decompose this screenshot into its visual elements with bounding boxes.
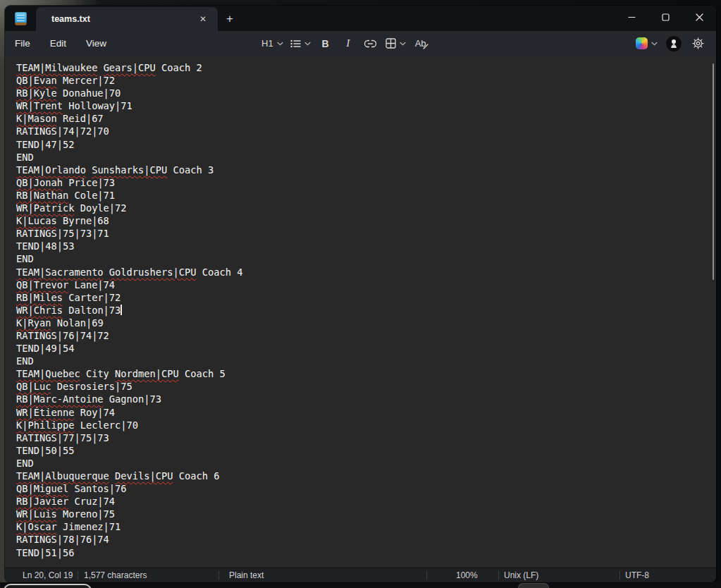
- editor-line: TEND|47|52: [16, 138, 702, 151]
- chevron-down-icon: [651, 42, 658, 46]
- editor-line: RB|Marc-Antoine Gagnon|73: [16, 393, 702, 405]
- link-icon: [364, 39, 376, 48]
- status-divider: [620, 571, 620, 580]
- close-button[interactable]: [682, 6, 716, 29]
- settings-button[interactable]: [688, 34, 708, 54]
- editor-line: TEND|51|56: [16, 546, 702, 559]
- editor-line: WR|Étienne Roy|74: [16, 406, 702, 419]
- notepad-app-icon: [15, 12, 27, 25]
- insert-table-dropdown[interactable]: [383, 34, 408, 54]
- encoding[interactable]: UTF-8: [625, 568, 649, 582]
- editor-line: TEND|50|55: [16, 444, 702, 457]
- astronaut-icon: [670, 39, 678, 49]
- vertical-scrollbar[interactable]: [713, 63, 715, 280]
- editor-line: TEAM|Orlando Sunsharks|CPU Coach 3: [16, 164, 702, 176]
- status-bar: Ln 20, Col 19 1,577 characters Plain tex…: [5, 568, 716, 582]
- clear-formatting-label: Ab: [415, 38, 426, 49]
- editor-line: RB|Nathan Cole|71: [16, 189, 702, 202]
- italic-label: I: [346, 37, 350, 49]
- window-controls: [615, 6, 716, 29]
- editor-line: TEND|49|54: [16, 342, 702, 355]
- bold-label: B: [322, 38, 329, 49]
- editor-line: TEAM|Quebec City Nordmen|CPU Coach 5: [16, 367, 702, 380]
- editor-line: RB|Javier Cruz|74: [16, 495, 702, 508]
- table-icon: [386, 38, 396, 49]
- chevron-down-icon: [277, 42, 283, 46]
- editor-content: TEAM|Milwaukee Gears|CPU Coach 2QB|Evan …: [16, 61, 702, 559]
- editor-line: RATINGS|78|76|74: [16, 533, 702, 546]
- background-window-edge: [4, 584, 92, 588]
- status-divider: [78, 571, 78, 580]
- editor-line: RB|Kyle Donahue|70: [16, 87, 702, 99]
- menu-edit[interactable]: Edit: [40, 31, 76, 56]
- app-icon-container: [5, 6, 36, 31]
- background-taskbar-pill: [518, 583, 549, 588]
- editor-line: RATINGS|74|72|70: [16, 125, 702, 137]
- editor-line: QB|Miguel Santos|76: [16, 482, 702, 495]
- bold-button[interactable]: B: [316, 34, 335, 54]
- status-divider: [218, 571, 219, 580]
- tab-close-icon[interactable]: ✕: [195, 11, 211, 27]
- commandbar-right: [634, 31, 708, 56]
- editor-line: QB|Luc Desrosiers|75: [16, 380, 702, 393]
- text-editor[interactable]: TEAM|Milwaukee Gears|CPU Coach 2QB|Evan …: [5, 56, 716, 568]
- background-strip: [0, 582, 721, 588]
- menu-bar: File Edit View: [15, 31, 116, 56]
- editor-line: RATINGS|75|73|71: [16, 227, 702, 240]
- text-caret: [121, 305, 122, 315]
- editor-line: END: [16, 355, 702, 367]
- maximize-button[interactable]: [648, 6, 682, 29]
- editor-line: WR|Chris Dalton|73: [16, 304, 702, 317]
- zoom-level[interactable]: 100%: [456, 568, 478, 582]
- clear-formatting-button[interactable]: Ab: [411, 34, 431, 54]
- chevron-down-icon: [400, 42, 406, 46]
- editor-line: K|Ryan Nolan|69: [16, 317, 702, 329]
- editor-line: TEAM|Milwaukee Gears|CPU Coach 2: [16, 61, 702, 74]
- document-mode[interactable]: Plain text: [229, 568, 264, 582]
- editor-line: RB|Miles Carter|72: [16, 291, 702, 304]
- bullet-list-icon: [290, 39, 301, 49]
- status-divider: [426, 571, 427, 580]
- copilot-icon: [636, 37, 648, 49]
- tab-teams-txt[interactable]: teams.txt ✕: [36, 7, 218, 31]
- editor-line: WR|Trent Holloway|71: [16, 99, 702, 112]
- editor-line: K|Oscar Jimenez|71: [16, 520, 702, 533]
- editor-line: TEND|48|53: [16, 240, 702, 252]
- editor-line: END: [16, 252, 702, 265]
- editor-line: WR|Luis Moreno|75: [16, 508, 702, 520]
- gear-icon: [692, 37, 704, 49]
- new-tab-button[interactable]: +: [218, 7, 242, 31]
- editor-line: QB|Evan Mercer|72: [16, 74, 702, 87]
- copilot-dropdown[interactable]: [634, 34, 660, 54]
- character-count: 1,577 characters: [84, 568, 147, 582]
- insert-link-button[interactable]: [361, 34, 381, 54]
- editor-line: QB|Jonah Price|73: [16, 176, 702, 189]
- desktop-background: teams.txt ✕ + File Edit View: [0, 0, 721, 588]
- list-dropdown[interactable]: [288, 34, 313, 54]
- menu-file[interactable]: File: [15, 31, 40, 56]
- editor-line: RATINGS|76|74|72: [16, 329, 702, 342]
- editor-line: END: [16, 457, 702, 470]
- heading-label: H1: [261, 38, 273, 49]
- line-ending[interactable]: Unix (LF): [504, 568, 538, 582]
- formatting-toolbar: H1 B I: [259, 31, 431, 56]
- tab-title: teams.txt: [51, 14, 195, 24]
- editor-line: K|Mason Reid|67: [16, 112, 702, 125]
- notepad-window: teams.txt ✕ + File Edit View: [5, 6, 716, 582]
- status-divider: [498, 571, 499, 580]
- editor-line: RATINGS|77|75|73: [16, 431, 702, 444]
- chevron-down-icon: [304, 42, 311, 46]
- editor-line: TEAM|Sacramento Goldrushers|CPU Coach 4: [16, 266, 702, 278]
- clear-slash-icon: [423, 44, 429, 49]
- editor-line: QB|Trevor Lane|74: [16, 278, 702, 291]
- cursor-position: Ln 20, Col 19: [23, 568, 73, 582]
- account-avatar[interactable]: [666, 36, 682, 51]
- editor-line: END: [16, 151, 702, 164]
- menu-view[interactable]: View: [76, 31, 116, 56]
- heading-dropdown[interactable]: H1: [259, 34, 285, 54]
- title-bar: teams.txt ✕ +: [5, 6, 716, 31]
- minimize-button[interactable]: [615, 6, 648, 29]
- italic-button[interactable]: I: [338, 34, 358, 54]
- editor-line: K|Lucas Byrne|68: [16, 214, 702, 227]
- editor-line: TEAM|Albuquerque Devils|CPU Coach 6: [16, 470, 702, 482]
